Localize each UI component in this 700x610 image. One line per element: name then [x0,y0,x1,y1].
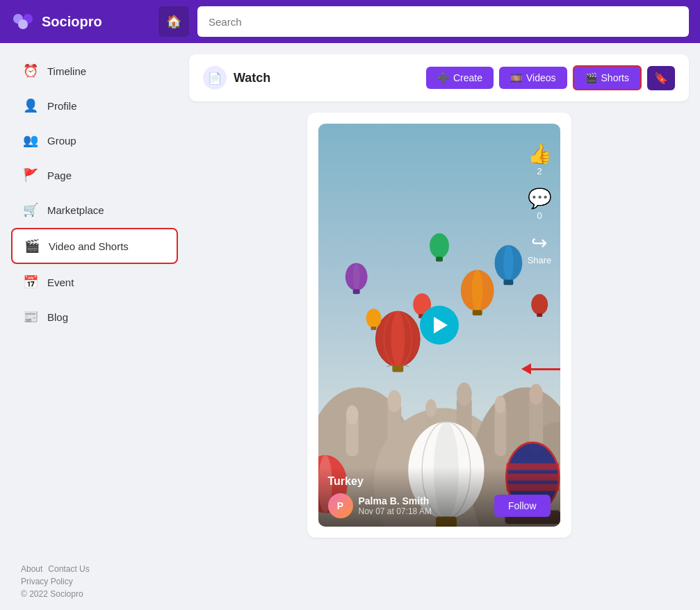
svg-point-31 [352,263,359,291]
like-icon: 👍 [528,145,552,164]
svg-point-42 [366,308,381,328]
group-icon: 👥 [21,131,40,150]
header: Sociopro 🏠 [0,0,700,43]
video-card: 👍 2 💬 0 ↪ Share [307,113,571,538]
sidebar-item-label: Marketplace [47,204,104,216]
sidebar-item-video-and-shorts[interactable]: 🎬 Video and Shorts [11,228,178,264]
sidebar-item-blog[interactable]: 📰 Blog [11,300,178,333]
svg-point-21 [375,311,420,367]
svg-point-30 [345,263,367,291]
svg-point-33 [430,233,449,258]
user-name: Palma B. Smith [359,495,432,506]
avatar-initials: P [337,500,343,511]
about-link[interactable]: About [21,564,42,574]
watch-buttons: ➕ Create 🎞️ Videos 🎬 Shorts 🔖 [426,65,675,90]
sidebar-item-group[interactable]: 👥 Group [11,124,178,157]
svg-point-36 [503,245,513,281]
home-button[interactable]: 🏠 [158,6,189,37]
videos-button[interactable]: 🎞️ Videos [499,67,567,89]
bookmark-button[interactable]: 🔖 [647,66,675,90]
svg-point-15 [456,383,471,406]
user-details: Palma B. Smith Nov 07 at 07:18 AM [359,495,432,516]
user-date: Nov 07 at 07:18 AM [359,506,432,516]
watch-title: Watch [234,71,270,85]
timeline-icon: ⏰ [21,61,40,81]
svg-rect-24 [392,365,403,372]
video-user-row: P Palma B. Smith Nov 07 at 07:18 AM Foll… [328,493,551,518]
sidebar-item-label: Profile [47,100,77,112]
main-layout: ⏰ Timeline 👤 Profile 👥 Group 🚩 Page 🛒 Ma… [0,43,700,610]
watch-icon: 📄 [203,66,227,90]
svg-rect-14 [456,394,471,456]
svg-point-27 [460,270,494,311]
sidebar-footer: About Contact Us Privacy Policy © 2022 S… [11,556,178,599]
arrow-indicator [521,363,560,374]
svg-point-9 [345,405,358,424]
svg-rect-12 [425,408,437,456]
sidebar-item-label: Timeline [47,65,86,77]
play-button[interactable] [420,306,459,345]
sidebar-item-label: Page [47,170,72,181]
sidebar-item-label: Group [47,135,76,147]
svg-point-28 [471,270,482,311]
sidebar: ⏰ Timeline 👤 Profile 👥 Group 🚩 Page 🛒 Ma… [11,54,178,599]
svg-point-38 [531,294,548,315]
contact-link[interactable]: Contact Us [48,564,89,574]
comment-count: 0 [537,211,542,221]
copyright: © 2022 Sociopro [21,589,168,599]
watch-title-area: 📄 Watch [203,66,270,90]
video-wrapper: 👍 2 💬 0 ↪ Share [318,124,560,527]
svg-line-25 [386,365,392,367]
video-location: Turkey [328,475,551,488]
comment-icon: 💬 [528,189,552,208]
sidebar-item-event[interactable]: 📅 Event [11,265,178,299]
svg-rect-16 [494,404,506,456]
watch-header-card: 📄 Watch ➕ Create 🎞️ Videos 🎬 Shorts 🔖 [189,54,689,101]
marketplace-icon: 🛒 [21,200,40,220]
arrow-line [531,368,560,370]
svg-rect-10 [387,401,401,456]
event-icon: 📅 [21,272,40,292]
svg-point-23 [384,311,412,367]
sidebar-item-profile[interactable]: 👤 Profile [11,89,178,122]
video-actions: 👍 2 💬 0 ↪ Share [528,145,552,265]
sidebar-item-label: Video and Shorts [49,240,129,252]
svg-point-19 [529,384,543,405]
shorts-button[interactable]: 🎬 Shorts [573,65,642,90]
search-input[interactable] [197,6,689,37]
svg-rect-8 [345,415,358,456]
bookmark-icon: 🔖 [654,72,668,85]
svg-rect-34 [436,257,443,262]
svg-point-20 [375,311,420,367]
svg-rect-43 [371,327,376,330]
video-icon: 🎬 [22,236,42,256]
page-icon: 🚩 [21,165,40,185]
like-action[interactable]: 👍 2 [528,145,552,176]
avatar: P [328,493,353,518]
comment-action[interactable]: 💬 0 [528,189,552,221]
profile-icon: 👤 [21,96,40,115]
video-overlay-bottom: Turkey P Palma B. Smith Nov 07 at 07:18 … [318,467,560,527]
sidebar-item-marketplace[interactable]: 🛒 Marketplace [11,193,178,226]
plus-icon: ➕ [437,72,449,83]
svg-rect-18 [529,394,543,453]
svg-point-22 [391,311,405,367]
share-icon: ↪ [531,233,547,253]
svg-rect-32 [352,289,359,294]
video-play-icon: 🎞️ [510,72,522,83]
privacy-link[interactable]: Privacy Policy [21,577,168,586]
sidebar-item-page[interactable]: 🚩 Page [11,158,178,192]
home-icon: 🏠 [166,14,181,29]
blog-icon: 📰 [21,307,40,327]
svg-point-17 [494,395,505,413]
share-label: Share [528,255,552,265]
play-triangle-icon [434,317,448,333]
follow-button[interactable]: Follow [494,495,550,517]
sidebar-item-timeline[interactable]: ⏰ Timeline [11,54,178,88]
svg-point-2 [18,19,28,29]
main-content: 📄 Watch ➕ Create 🎞️ Videos 🎬 Shorts 🔖 [189,54,689,599]
share-action[interactable]: ↪ Share [528,233,552,265]
logo-text: Sociopro [42,14,102,30]
svg-line-26 [403,365,409,367]
create-button[interactable]: ➕ Create [426,67,494,89]
